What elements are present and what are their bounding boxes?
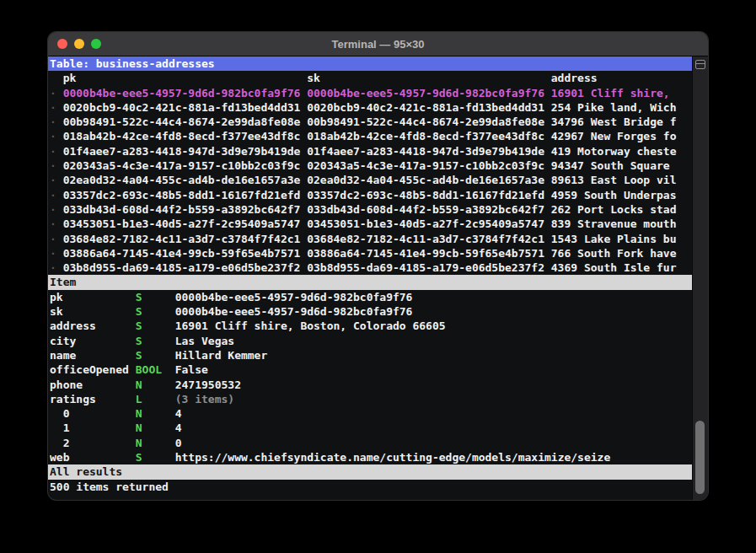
table-row[interactable]: · 03357dc2-693c-48b5-8dd1-16167fd21efd 0… <box>50 188 692 202</box>
attribute-value: https://www.chiefsyndicate.name/cutting-… <box>175 450 692 464</box>
scrollbar-thumb[interactable] <box>695 421 705 494</box>
table-row[interactable]: · 03453051-b1e3-40d5-a27f-2c95409a5747 0… <box>50 217 692 231</box>
item-attribute-row: 1 N 4 <box>50 421 692 435</box>
row-bullet-icon: · <box>50 246 63 260</box>
row-bullet-icon: · <box>50 232 63 246</box>
status-line: 500 items returned <box>50 480 692 494</box>
column-header-pk: pk <box>63 71 308 85</box>
attribute-key: 2 <box>50 436 136 450</box>
table-row[interactable]: · 02ea0d32-4a04-455c-ad4b-de16e1657a3e 0… <box>50 173 692 187</box>
row-sk-cell: 03453051-b1e3-40d5-a27f-2c95409a5747 <box>307 217 551 231</box>
item-attribute-row: sk S 0000b4be-eee5-4957-9d6d-982bc0fa9f7… <box>50 304 692 319</box>
attribute-key: city <box>50 334 136 348</box>
zoom-button[interactable] <box>91 39 101 49</box>
row-address-cell: 94347 South Square <box>551 158 692 173</box>
row-address-cell: 419 Motorway cheste <box>551 144 692 158</box>
attribute-type: N <box>136 378 175 392</box>
attribute-key: ratings <box>50 392 136 406</box>
row-pk-cell: 02ea0d32-4a04-455c-ad4b-de16e1657a3e <box>63 173 308 187</box>
row-pk-cell: 018ab42b-42ce-4fd8-8ecd-f377ee43df8c <box>63 129 308 143</box>
attribute-key: 0 <box>50 406 136 421</box>
row-bullet-icon: · <box>50 144 63 158</box>
attribute-type: S <box>136 450 175 464</box>
row-sk-cell: 0020bcb9-40c2-421c-881a-fd13bed4dd31 <box>307 100 551 115</box>
window-title: Terminal — 95×30 <box>48 38 708 51</box>
item-attribute-row: city S Las Vegas <box>50 334 692 348</box>
attribute-value: 16901 Cliff shire, Boston, Colorado 6660… <box>175 319 692 333</box>
attribute-key: phone <box>50 378 136 392</box>
row-pk-cell: 03453051-b1e3-40d5-a27f-2c95409a5747 <box>63 217 308 231</box>
attribute-type: S <box>136 348 175 362</box>
attribute-value: 0000b4be-eee5-4957-9d6d-982bc0fa9f76 <box>175 304 692 319</box>
attribute-key: 1 <box>50 421 136 435</box>
item-section-bar: Item <box>48 275 692 289</box>
table-row[interactable]: · 03b8d955-da69-4185-a179-e06d5be237f2 0… <box>50 260 692 275</box>
close-button[interactable] <box>57 39 67 49</box>
attribute-value: 0000b4be-eee5-4957-9d6d-982bc0fa9f76 <box>175 290 692 304</box>
table-row[interactable]: · 0020bcb9-40c2-421c-881a-fd13bed4dd31 0… <box>50 100 692 115</box>
attribute-value: Hillard Kemmer <box>175 348 692 362</box>
split-pane-icon[interactable] <box>695 60 705 69</box>
row-sk-cell: 03357dc2-693c-48b5-8dd1-16167fd21efd <box>307 188 551 202</box>
row-bullet-icon: · <box>50 260 63 275</box>
row-pk-cell: 03886a64-7145-41e4-99cb-59f65e4b7571 <box>63 246 308 260</box>
attribute-value: False <box>175 362 692 377</box>
column-header-pad <box>50 71 63 85</box>
attribute-key: pk <box>50 290 136 304</box>
row-bullet-icon: · <box>50 217 63 231</box>
row-address-cell: 42967 New Forges fo <box>551 129 692 143</box>
row-pk-cell: 03357dc2-693c-48b5-8dd1-16167fd21efd <box>63 188 308 202</box>
row-sk-cell: 03684e82-7182-4c11-a3d7-c3784f7f42c1 <box>307 232 551 246</box>
attribute-type: N <box>136 421 175 435</box>
table-row[interactable]: · 033db43d-608d-44f2-b559-a3892bc642f7 0… <box>50 202 692 217</box>
row-sk-cell: 01f4aee7-a283-4418-947d-3d9e79b419de <box>307 144 551 158</box>
attribute-value: Las Vegas <box>175 334 692 348</box>
item-attribute-row: ratings L (3 items) <box>50 392 692 406</box>
table-row[interactable]: · 03886a64-7145-41e4-99cb-59f65e4b7571 0… <box>50 246 692 260</box>
item-attribute-row: 0 N 4 <box>50 406 692 421</box>
column-header-address: address <box>551 71 692 85</box>
attribute-type: N <box>136 436 175 450</box>
attribute-type: N <box>136 406 175 421</box>
item-attribute-row: phone N 2471950532 <box>50 378 692 392</box>
table-row[interactable]: · 01f4aee7-a283-4418-947d-3d9e79b419de 0… <box>50 144 692 158</box>
row-address-cell: 89613 East Loop vil <box>551 173 692 187</box>
row-sk-cell: 033db43d-608d-44f2-b559-a3892bc642f7 <box>307 202 551 217</box>
item-attribute-row: officeOpened BOOL False <box>50 362 692 377</box>
table-row[interactable]: · 020343a5-4c3e-417a-9157-c10bb2c03f9c 0… <box>50 158 692 173</box>
row-pk-cell: 033db43d-608d-44f2-b559-a3892bc642f7 <box>63 202 308 217</box>
window-titlebar[interactable]: Terminal — 95×30 <box>48 32 708 56</box>
item-attribute-row: address S 16901 Cliff shire, Boston, Col… <box>50 319 692 333</box>
table-row[interactable]: · 03684e82-7182-4c11-a3d7-c3784f7f42c1 0… <box>50 232 692 246</box>
attribute-type: S <box>136 290 175 304</box>
table-row[interactable]: · 0000b4be-eee5-4957-9d6d-982bc0fa9f76 0… <box>50 86 692 100</box>
minimize-button[interactable] <box>74 39 84 49</box>
row-bullet-icon: · <box>50 158 63 173</box>
row-bullet-icon: · <box>50 86 63 100</box>
table-row[interactable]: · 00b98491-522c-44c4-8674-2e99da8fe08e 0… <box>50 115 692 129</box>
row-pk-cell: 00b98491-522c-44c4-8674-2e99da8fe08e <box>63 115 308 129</box>
row-sk-cell: 02ea0d32-4a04-455c-ad4b-de16e1657a3e <box>307 173 551 187</box>
attribute-value: 2471950532 <box>175 378 692 392</box>
table-column-header-row: pk sk address <box>50 71 692 85</box>
table-name-bar: Table: business-addresses <box>48 56 692 71</box>
row-bullet-icon: · <box>50 188 63 202</box>
row-sk-cell: 018ab42b-42ce-4fd8-8ecd-f377ee43df8c <box>307 129 551 143</box>
terminal-content: Table: business-addresses pk sk address … <box>48 56 692 500</box>
row-address-cell: 4369 South Isle fur <box>551 260 692 275</box>
attribute-value: 4 <box>175 421 692 435</box>
row-pk-cell: 0020bcb9-40c2-421c-881a-fd13bed4dd31 <box>63 100 308 115</box>
row-address-cell: 254 Pike land, Wich <box>551 100 692 115</box>
item-attribute-row: web S https://www.chiefsyndicate.name/cu… <box>50 450 692 464</box>
row-sk-cell: 020343a5-4c3e-417a-9157-c10bb2c03f9c <box>307 158 551 173</box>
row-address-cell: 1543 Lake Plains bu <box>551 232 692 246</box>
table-row[interactable]: · 018ab42b-42ce-4fd8-8ecd-f377ee43df8c 0… <box>50 129 692 143</box>
scrollbar-track[interactable] <box>692 56 708 500</box>
attribute-type: S <box>136 304 175 319</box>
row-bullet-icon: · <box>50 100 63 115</box>
row-address-cell: 262 Port Locks stad <box>551 202 692 217</box>
attribute-key: sk <box>50 304 136 319</box>
item-attribute-row: 2 N 0 <box>50 436 692 450</box>
terminal-window: Terminal — 95×30 Table: business-address… <box>48 32 708 500</box>
traffic-lights <box>57 32 101 56</box>
